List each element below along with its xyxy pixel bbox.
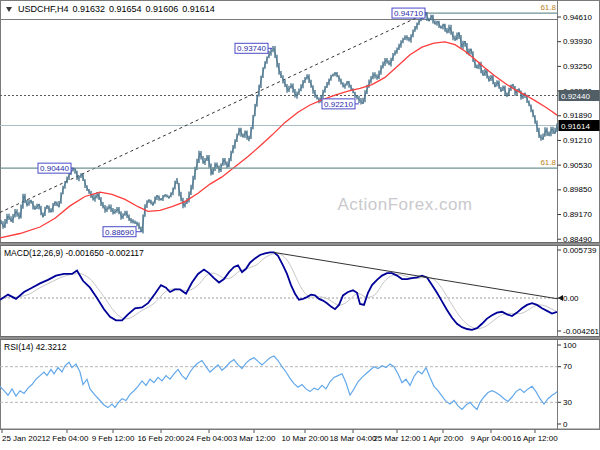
x-axis-label: 16 Feb 20:00 (137, 434, 185, 443)
quote-title-bar: USDCHF,H4 0.91632 0.91654 0.91606 0.9161… (6, 4, 215, 14)
macd-scale-label: 0.005739 (563, 246, 597, 255)
close-price-line (0, 13, 557, 232)
macd-main-line (0, 252, 557, 329)
x-axis-label: 25 Mar 12:00 (373, 434, 421, 443)
axis-price-tag-label: 0.92440 (561, 92, 590, 101)
price-tag-label: 0.90440 (40, 164, 69, 173)
rsi-indicator-label: RSI(14) 42.3212 (4, 342, 66, 352)
price-tag-label: 0.88690 (105, 228, 134, 237)
x-axis-label: 24 Feb 04:00 (185, 434, 233, 443)
macd-trendline (274, 252, 558, 298)
quote-high: 0.91654 (109, 4, 142, 14)
x-axis-label: 2 Feb 04:00 (46, 434, 89, 443)
fibonacci-percent-label: 61.8 (540, 3, 556, 12)
x-axis-label: 18 Mar 04:00 (329, 434, 377, 443)
axis-price-tag-label: 0.91614 (561, 122, 590, 131)
rsi-line (0, 356, 557, 409)
y-axis-label: 0.94610 (563, 13, 592, 22)
price-tag-label: 0.94710 (394, 9, 423, 18)
fibonacci-percent-label: 61.8 (540, 158, 556, 167)
y-axis-label: 0.89850 (563, 185, 592, 194)
y-axis-label: 0.93930 (563, 37, 592, 46)
rsi-scale-label: 100 (563, 341, 577, 350)
y-axis-label: 0.93250 (563, 62, 592, 71)
chart-frame (1, 1, 600, 430)
price-tag-label: 0.92210 (324, 100, 353, 109)
rsi-scale-label: 30 (563, 398, 572, 407)
symbol-timeframe-label: USDCHF,H4 (18, 4, 69, 14)
y-axis-label: 0.88490 (563, 235, 592, 244)
price-tag-label: 0.93740 (237, 44, 266, 53)
y-axis-label: 0.89170 (563, 210, 592, 219)
x-axis-label: 9 Apr 04:00 (471, 434, 512, 443)
macd-indicator-label: MACD(12,26,9) -0.001650 -0.002117 (4, 248, 144, 258)
mt4-chart-window: ActionForex.com 0.9471061.80.937400.9221… (0, 0, 600, 450)
x-axis-label: 10 Mar 20:00 (281, 434, 329, 443)
quote-low: 0.91606 (146, 4, 179, 14)
x-axis-label: 1 Apr 20:00 (423, 434, 464, 443)
rsi-scale-label: 0 (563, 420, 568, 429)
macd-scale-label: -0.004261 (563, 327, 600, 336)
chart-canvas[interactable]: 0.9471061.80.937400.922100.9044061.80.88… (0, 0, 600, 450)
macd-scale-label: 0.00 (563, 294, 579, 303)
y-axis-label: 0.90530 (563, 161, 592, 170)
y-axis-label: 0.91210 (563, 136, 592, 145)
macd-signal-line (0, 253, 556, 328)
quote-close: 0.91614 (182, 4, 215, 14)
rsi-scale-label: 70 (563, 362, 572, 371)
x-axis-label: 9 Feb 12:00 (92, 434, 135, 443)
symbol-dropdown-arrow-icon (6, 7, 12, 12)
x-axis-label: 16 Apr 12:00 (512, 434, 558, 443)
x-axis-label: 3 Mar 12:00 (233, 434, 276, 443)
y-axis-label: 0.91890 (563, 111, 592, 120)
quote-open: 0.91632 (73, 4, 106, 14)
x-axis-label: 25 Jan 2021 (2, 434, 47, 443)
